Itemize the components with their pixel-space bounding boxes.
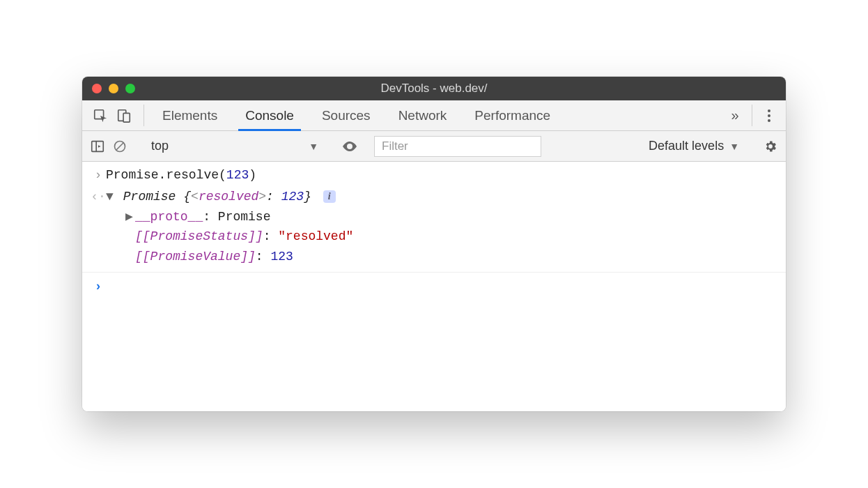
svg-point-5	[768, 119, 770, 122]
result-object[interactable]: ▼ Promise {<resolved>: 123} i ▶__proto__…	[106, 187, 777, 267]
settings-menu-button[interactable]	[757, 100, 782, 130]
svg-point-10	[348, 145, 351, 148]
levels-label: Default levels	[649, 139, 724, 153]
console-input-row: › Promise.resolve(123)	[82, 165, 786, 186]
tabbar-left-icons	[85, 100, 139, 130]
more-tabs-button[interactable]: »	[722, 100, 747, 130]
svg-point-4	[768, 114, 770, 117]
input-marker-icon: ›	[91, 165, 106, 185]
object-tree: ▶__proto__: Promise [[PromiseStatus]]: "…	[106, 207, 777, 267]
tab-sources[interactable]: Sources	[308, 100, 385, 130]
return-marker-icon: ‹·	[91, 187, 106, 267]
divider	[752, 105, 752, 126]
dropdown-caret-icon: ▼	[309, 141, 318, 152]
svg-rect-6	[92, 141, 104, 151]
svg-line-9	[116, 143, 123, 150]
close-window-button[interactable]	[92, 84, 102, 93]
console-result-row: ‹· ▼ Promise {<resolved>: 123} i ▶__prot…	[82, 186, 786, 268]
input-expression[interactable]: Promise.resolve(123)	[106, 165, 777, 185]
console-prompt-row[interactable]: ›	[82, 272, 786, 298]
filter-input[interactable]	[374, 136, 541, 157]
divider	[144, 105, 144, 126]
proto-row[interactable]: ▶__proto__: Promise	[125, 207, 777, 227]
context-label: top	[151, 139, 169, 153]
console-toolbar: top ▼ Default levels ▼	[82, 131, 786, 162]
tab-network[interactable]: Network	[385, 100, 461, 130]
live-expression-icon[interactable]	[340, 137, 359, 156]
console-settings-icon[interactable]	[761, 137, 780, 156]
tab-performance[interactable]: Performance	[460, 100, 564, 130]
internal-slot-row[interactable]: [[PromiseStatus]]: "resolved"	[125, 227, 777, 247]
log-levels-select[interactable]: Default levels ▼	[642, 139, 746, 153]
toggle-console-sidebar-icon[interactable]	[88, 137, 107, 156]
titlebar: DevTools - web.dev/	[82, 77, 786, 100]
execution-context-select[interactable]: top ▼	[144, 136, 325, 157]
minimize-window-button[interactable]	[109, 84, 118, 93]
console-output[interactable]: › Promise.resolve(123) ‹· ▼ Promise {<re…	[82, 162, 786, 411]
window-title: DevTools - web.dev/	[82, 82, 786, 96]
disclosure-triangle-icon[interactable]: ▶	[125, 207, 135, 227]
zoom-window-button[interactable]	[125, 84, 135, 93]
panel-tabs: Elements Console Sources Network Perform…	[148, 100, 564, 130]
clear-console-icon[interactable]	[110, 137, 130, 156]
dropdown-caret-icon: ▼	[729, 141, 739, 152]
tab-elements[interactable]: Elements	[148, 100, 231, 130]
main-tabbar: Elements Console Sources Network Perform…	[82, 100, 786, 131]
devtools-window: DevTools - web.dev/ Elements Console Sou…	[82, 77, 786, 411]
prompt-marker-icon: ›	[91, 277, 106, 297]
info-badge-icon[interactable]: i	[323, 190, 336, 203]
svg-rect-2	[123, 113, 130, 122]
internal-slot-row[interactable]: [[PromiseValue]]: 123	[125, 247, 777, 267]
disclosure-triangle-icon[interactable]: ▼	[106, 187, 116, 207]
tab-console[interactable]: Console	[231, 100, 308, 130]
device-toolbar-icon[interactable]	[114, 106, 134, 125]
traffic-lights	[82, 84, 135, 93]
inspect-element-icon[interactable]	[91, 106, 110, 125]
svg-point-3	[768, 109, 770, 112]
console-prompt-input[interactable]	[106, 277, 777, 297]
